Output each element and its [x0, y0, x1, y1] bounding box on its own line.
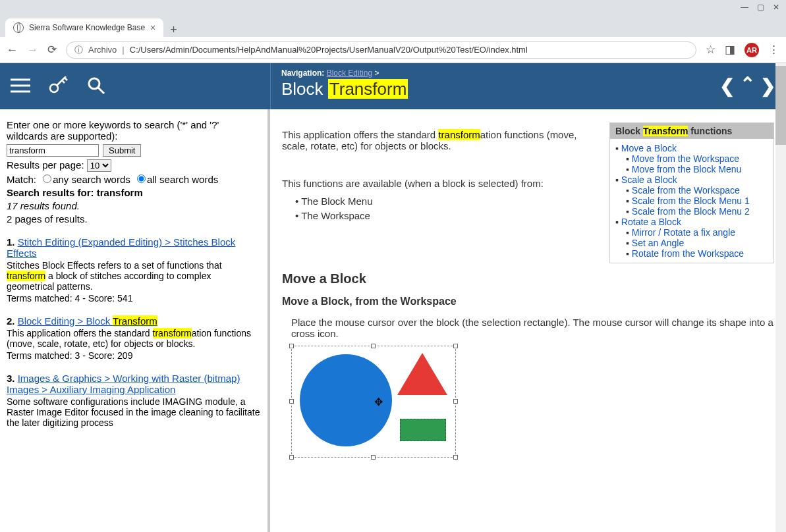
globe-icon [13, 22, 24, 33]
breadcrumb-link[interactable]: Block Editing [327, 68, 372, 78]
match-label: Match: [7, 174, 36, 185]
search-sidebar: Enter one or more keywords to search ('*… [0, 109, 270, 532]
new-tab-button[interactable]: + [163, 23, 184, 37]
toc-link[interactable]: Rotate from the Workspace [632, 248, 744, 259]
toc-link[interactable]: Rotate a Block [621, 217, 681, 227]
tab-title: Sierra Software Knowledge Base [29, 23, 145, 32]
window-close[interactable]: ✕ [772, 3, 781, 12]
browser-tab[interactable]: Sierra Software Knowledge Base × [5, 18, 163, 37]
toc-box: Block Transform functions ▪ Move a Block… [609, 122, 774, 263]
toc-link[interactable]: Scale from the Block Menu 2 [632, 206, 750, 217]
search-result: 1. Stitch Editing (Expanded Editing) > S… [7, 236, 261, 304]
profile-avatar[interactable]: AR [744, 43, 759, 57]
url-text: C:/Users/Admin/Documents/HelpAndManual%2… [130, 45, 528, 55]
result-link[interactable]: Block Editing > Block Transform [18, 315, 157, 327]
app-header: Navigation: Block Editing > Block Transf… [0, 63, 786, 109]
section-heading: Move a Block [282, 271, 774, 286]
window-minimize[interactable]: — [740, 3, 749, 12]
toc-link[interactable]: Scale from the Block Menu 1 [632, 196, 750, 206]
search-result: 2. Block Editing > Block Transform This … [7, 315, 261, 361]
tab-close-icon[interactable]: × [150, 22, 155, 33]
rpp-label: Results per page: [7, 159, 84, 171]
toc-link[interactable]: Move a Block [621, 143, 677, 153]
breadcrumb: Navigation: Block Editing > [281, 68, 775, 78]
site-info-icon[interactable]: ⓘ [74, 44, 83, 56]
back-button[interactable]: ← [7, 43, 18, 57]
search-input[interactable] [7, 144, 99, 157]
vertical-scrollbar[interactable] [775, 63, 786, 532]
result-link[interactable]: Images & Graphics > Working with Raster … [7, 373, 240, 395]
results-header: Search results for: transform [7, 187, 261, 198]
submit-button[interactable]: Submit [103, 144, 141, 157]
search-result: 3. Images & Graphics > Working with Rast… [7, 373, 261, 428]
triangle-shape [397, 353, 447, 395]
toc-link[interactable]: Scale from the Workspace [632, 185, 740, 196]
svg-point-1 [89, 78, 99, 89]
window-maximize[interactable]: ▢ [756, 3, 765, 12]
result-link[interactable]: Stitch Editing (Expanded Editing) > Stit… [7, 236, 235, 259]
forward-button[interactable]: → [27, 43, 38, 57]
match-any-radio[interactable] [43, 174, 51, 183]
extension-icon[interactable]: ◨ [725, 43, 735, 57]
toc-link[interactable]: Move from the Workspace [632, 153, 739, 164]
instruction-text: Place the mouse cursor over the block (t… [282, 317, 774, 339]
hamburger-icon[interactable] [11, 78, 30, 95]
url-label: Archivo [88, 45, 117, 55]
pages-info: 2 pages of results. [7, 213, 261, 225]
block-diagram: ✥ [291, 346, 456, 458]
nav-up-icon[interactable]: ⌃ [740, 73, 755, 95]
move-cursor-icon: ✥ [374, 396, 383, 408]
toc-link[interactable]: Set an Angle [632, 238, 684, 248]
menu-dots-icon[interactable]: ⋮ [768, 43, 779, 57]
match-all-radio[interactable] [137, 174, 146, 183]
subsection-heading: Move a Block, from the Workspace [282, 296, 774, 307]
browser-chrome: — ▢ ✕ Sierra Software Knowledge Base × +… [0, 0, 786, 63]
results-count: 17 results found. [7, 200, 261, 211]
bookmark-star-icon[interactable]: ☆ [706, 43, 716, 57]
toc-link[interactable]: Move from the Block Menu [632, 164, 742, 174]
search-icon[interactable] [87, 76, 105, 97]
toc-link[interactable]: Scale a Block [621, 174, 677, 185]
search-instructions: Enter one or more keywords to search ('*… [7, 119, 261, 142]
reload-button[interactable]: ⟳ [47, 43, 57, 57]
nav-prev-icon[interactable]: ❮ [719, 75, 735, 97]
rectangle-shape [400, 419, 446, 441]
nav-next-icon[interactable]: ❯ [760, 75, 775, 97]
results-per-page-select[interactable]: 10 [87, 159, 111, 172]
toc-link[interactable]: Mirror / Rotate a fix angle [632, 227, 735, 238]
page-title: Block Transform [281, 79, 775, 99]
address-bar[interactable]: ⓘ Archivo | C:/Users/Admin/Documents/Hel… [66, 41, 696, 59]
key-icon[interactable] [49, 76, 69, 97]
content-pane: Block Transform functions ▪ Move a Block… [270, 109, 786, 532]
